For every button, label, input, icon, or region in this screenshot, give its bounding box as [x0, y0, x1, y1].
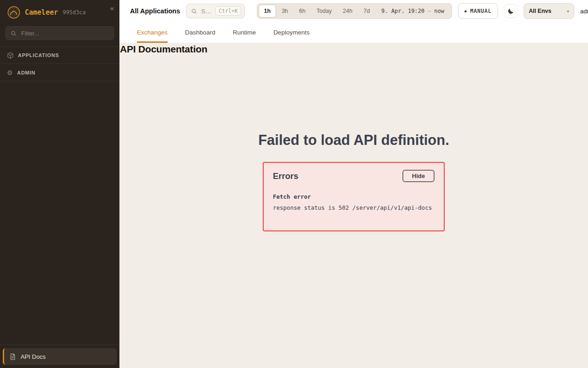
hide-errors-button[interactable]: Hide	[402, 170, 435, 182]
refresh-mode-label: MANUAL	[470, 8, 492, 14]
api-load-error-heading: Failed to load API definition.	[258, 132, 449, 149]
sidebar-filter[interactable]	[6, 26, 114, 40]
sidebar-logo-row: Cameleer 995d3ca «	[0, 0, 119, 23]
time-range-24h[interactable]: 24h	[337, 5, 358, 17]
camel-logo-icon	[7, 6, 20, 19]
sidebar-item-label: APPLICATIONS	[18, 52, 59, 58]
sidebar-item-applications[interactable]: APPLICATIONS	[0, 46, 119, 64]
sidebar: Cameleer 995d3ca « APPLICATIONS ⚙ ADMIN	[0, 0, 119, 368]
time-range-3h[interactable]: 3h	[276, 5, 294, 17]
brand-version: 995d3ca	[62, 9, 86, 16]
status-dot-icon: ●	[464, 9, 467, 13]
tab-dashboard[interactable]: Dashboard	[185, 22, 215, 43]
date-range-separator: —	[428, 8, 431, 14]
global-search-input[interactable]	[200, 7, 212, 15]
errors-panel: Errors Hide Fetch error response status …	[263, 162, 445, 231]
refresh-mode-button[interactable]: ● MANUAL	[458, 3, 498, 19]
date-range-display[interactable]: 9. Apr. 19:20 — now	[375, 8, 450, 14]
environment-select[interactable]: All Envs ▾	[524, 3, 574, 19]
error-detail: response status is 502 /server/api/v1/ap…	[273, 204, 435, 211]
chevron-down-icon: ▾	[567, 9, 569, 14]
app-root: Cameleer 995d3ca « APPLICATIONS ⚙ ADMIN	[0, 0, 588, 368]
theme-toggle-button[interactable]	[504, 4, 518, 18]
date-range-start: 9. Apr. 19:20	[381, 8, 424, 14]
sidebar-item-label: ADMIN	[17, 70, 35, 75]
user-menu[interactable]: adm	[580, 8, 588, 15]
sidebar-collapse-icon[interactable]: «	[110, 4, 114, 12]
main-column: All Applications Ctrl+K 1h 3h 6h Today 2…	[119, 0, 588, 368]
page-context-title: All Applications	[130, 7, 180, 15]
search-icon	[11, 30, 17, 36]
content-area: API Documentation Failed to load API def…	[119, 43, 588, 368]
date-range-end: now	[434, 8, 444, 14]
tab-exchanges[interactable]: Exchanges	[137, 22, 168, 43]
package-icon	[7, 52, 14, 59]
time-range-group: 1h 3h 6h Today 24h 7d 9. Apr. 19:20 — no…	[257, 3, 452, 19]
page-title: API Documentation	[120, 44, 207, 55]
sidebar-filter-input[interactable]	[20, 29, 109, 37]
search-icon	[191, 8, 197, 14]
sidebar-footer: API Docs	[0, 345, 119, 368]
sidebar-item-label: API Docs	[21, 353, 45, 360]
errors-panel-header: Errors Hide	[273, 170, 435, 182]
search-shortcut-badge: Ctrl+K	[215, 6, 241, 16]
tab-bar: Exchanges Dashboard Runtime Deployments	[119, 22, 588, 43]
time-range-today[interactable]: Today	[311, 5, 337, 17]
errors-panel-title: Errors	[273, 171, 299, 181]
sidebar-item-admin[interactable]: ⚙ ADMIN	[0, 64, 119, 81]
top-bar: All Applications Ctrl+K 1h 3h 6h Today 2…	[119, 0, 588, 22]
tab-deployments[interactable]: Deployments	[273, 22, 310, 43]
sidebar-item-api-docs[interactable]: API Docs	[3, 348, 117, 365]
tab-runtime[interactable]: Runtime	[233, 22, 256, 43]
time-range-1h[interactable]: 1h	[259, 5, 277, 17]
moon-icon	[507, 7, 514, 15]
time-range-7d[interactable]: 7d	[358, 5, 375, 17]
document-icon	[9, 353, 16, 360]
environment-select-value: All Envs	[529, 8, 551, 14]
time-range-6h[interactable]: 6h	[294, 5, 311, 17]
global-search[interactable]: Ctrl+K	[186, 4, 245, 18]
brand-name: Cameleer	[25, 8, 58, 17]
gear-icon: ⚙	[7, 69, 13, 76]
error-name: Fetch error	[273, 193, 435, 200]
